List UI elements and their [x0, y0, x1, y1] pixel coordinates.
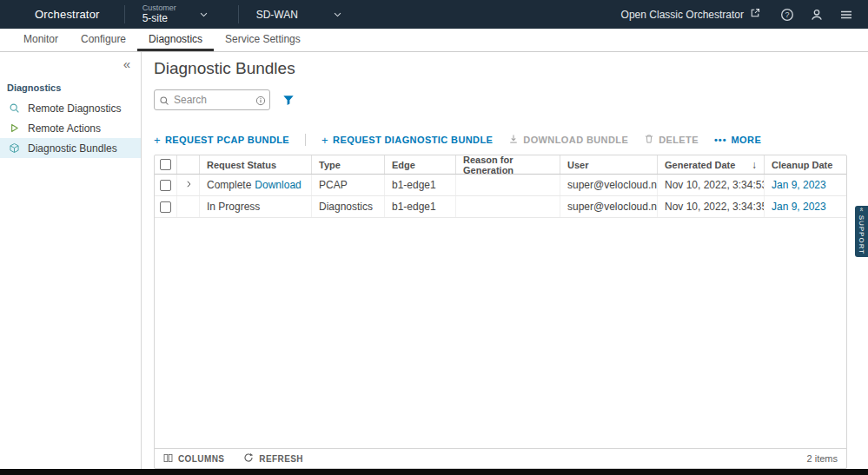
sidebar-item-label: Remote Actions	[28, 122, 101, 135]
column-label: User	[567, 160, 588, 170]
open-classic-orchestrator-link[interactable]: Open Classic Orchestrator	[609, 0, 772, 29]
search-row	[154, 89, 847, 111]
main-tabbar: Monitor Configure Diagnostics Service Se…	[0, 29, 868, 52]
product-selector[interactable]: SD-WAN	[239, 0, 354, 29]
ellipsis-icon: •••	[714, 135, 727, 145]
tab-configure[interactable]: Configure	[70, 29, 137, 51]
support-tab[interactable]: « SUPPORT	[855, 206, 868, 257]
column-header-request-status[interactable]: Request Status	[200, 155, 312, 174]
cleanup-date-link[interactable]: Jan 9, 2023	[772, 201, 826, 213]
table-header-row: Request Status Type Edge Reason for Gene…	[155, 155, 846, 175]
sort-desc-icon[interactable]: ↓	[752, 159, 757, 171]
column-header-edge[interactable]: Edge	[385, 155, 456, 174]
table-footer: COLUMNS REFRESH 2 items	[155, 448, 846, 468]
user: super@velocloud.net	[567, 179, 658, 191]
bundle-type: Diagnostics	[319, 201, 373, 213]
tab-diagnostics-label: Diagnostics	[149, 33, 202, 45]
table-row: Complete Download PCAP b1-edge1 super@ve…	[155, 175, 846, 196]
request-pcap-label: REQUEST PCAP BUNDLE	[165, 135, 289, 145]
column-label: Reason for Generation	[463, 155, 553, 175]
customer-selector[interactable]: Customer 5-site	[125, 0, 238, 29]
column-label: Generated Date	[665, 160, 735, 170]
svg-text:?: ?	[785, 10, 789, 19]
request-diagnostic-bundle-button[interactable]: + REQUEST DIAGNOSTIC BUNDLE	[321, 134, 493, 147]
tab-diagnostics[interactable]: Diagnostics	[137, 29, 214, 51]
row-checkbox[interactable]	[160, 180, 171, 191]
edge-name: b1-edge1	[392, 179, 436, 191]
bundle-box-icon	[9, 142, 21, 154]
plus-icon: +	[321, 134, 328, 147]
columns-icon	[163, 453, 173, 465]
page-title: Diagnostic Bundles	[154, 59, 847, 80]
filter-icon[interactable]	[282, 94, 295, 106]
tab-monitor-label: Monitor	[23, 33, 58, 45]
search-box	[154, 89, 270, 110]
column-header-cleanup-date[interactable]: Cleanup Date	[765, 155, 846, 174]
header-spacer	[354, 0, 609, 29]
sidebar-item-remote-diagnostics[interactable]: Remote Diagnostics	[0, 98, 141, 118]
play-icon	[9, 122, 21, 134]
columns-label: COLUMNS	[178, 454, 224, 464]
user: super@velocloud.net	[567, 201, 658, 213]
tab-monitor[interactable]: Monitor	[12, 29, 70, 51]
toolbar-divider	[305, 134, 306, 146]
column-header-reason[interactable]: Reason for Generation	[456, 155, 560, 174]
magnifier-icon	[9, 102, 21, 114]
bundle-type: PCAP	[319, 179, 348, 191]
column-header-generated-date[interactable]: Generated Date ↓	[658, 155, 765, 174]
request-diagnostic-label: REQUEST DIAGNOSTIC BUNDLE	[333, 135, 493, 145]
delete-label: DELETE	[659, 135, 699, 145]
plus-icon: +	[154, 134, 161, 147]
more-button[interactable]: ••• MORE	[714, 135, 761, 145]
request-status: In Progress	[207, 201, 260, 213]
sidebar-group-label: Diagnostics	[0, 72, 141, 98]
refresh-label: REFRESH	[259, 454, 303, 464]
generated-date: Nov 10, 2022, 3:34:35 PM	[665, 201, 765, 213]
column-header-type[interactable]: Type	[312, 155, 385, 174]
expander-header	[177, 155, 200, 174]
row-expander-empty	[177, 196, 200, 217]
help-icon[interactable]: ?	[772, 0, 802, 29]
bundles-table: Request Status Type Edge Reason for Gene…	[154, 155, 847, 469]
request-pcap-bundle-button[interactable]: + REQUEST PCAP BUNDLE	[154, 134, 289, 147]
orchestrator-window: Orchestrator Customer 5-site SD-WAN Open…	[0, 0, 868, 475]
chevron-down-icon	[333, 10, 342, 19]
open-classic-label: Open Classic Orchestrator	[621, 9, 744, 21]
search-icon	[159, 94, 169, 109]
row-expander-icon[interactable]	[184, 179, 193, 191]
generated-date: Nov 10, 2022, 3:34:53 PM	[665, 179, 765, 191]
sidebar: « Diagnostics Remote Diagnostics Remote …	[0, 52, 142, 469]
menu-icon[interactable]	[832, 0, 861, 29]
edge-name: b1-edge1	[392, 201, 436, 213]
sidebar-item-label: Remote Diagnostics	[28, 102, 121, 115]
delete-button[interactable]: DELETE	[644, 134, 699, 146]
sidebar-item-label: Diagnostic Bundles	[28, 142, 117, 155]
column-label: Edge	[392, 160, 415, 170]
columns-button[interactable]: COLUMNS	[163, 453, 224, 465]
tab-service-settings-label: Service Settings	[225, 33, 301, 45]
download-bundle-button[interactable]: DOWNLOAD BUNDLE	[508, 134, 628, 146]
download-link[interactable]: Download	[255, 179, 301, 191]
sidebar-collapse-icon[interactable]: «	[123, 57, 130, 70]
column-header-user[interactable]: User	[560, 155, 658, 174]
user-icon[interactable]	[802, 0, 832, 29]
search-input[interactable]	[154, 89, 270, 110]
app-title: Orchestrator	[0, 0, 124, 29]
more-label: MORE	[732, 135, 762, 145]
download-bundle-label: DOWNLOAD BUNDLE	[523, 135, 628, 145]
cleanup-date-link[interactable]: Jan 9, 2023	[772, 179, 826, 191]
items-count: 2 items	[807, 453, 838, 464]
sidebar-item-remote-actions[interactable]: Remote Actions	[0, 118, 141, 138]
tab-configure-label: Configure	[81, 33, 126, 45]
row-checkbox[interactable]	[160, 201, 171, 213]
chevron-down-icon	[199, 10, 209, 19]
table-row: In Progress Diagnostics b1-edge1 super@v…	[155, 196, 846, 218]
select-all-checkbox[interactable]	[160, 159, 171, 170]
sidebar-item-diagnostic-bundles[interactable]: Diagnostic Bundles	[0, 138, 141, 158]
info-icon[interactable]	[255, 94, 266, 109]
tab-service-settings[interactable]: Service Settings	[214, 29, 312, 51]
support-tab-label: « SUPPORT	[858, 208, 865, 254]
refresh-icon	[243, 452, 254, 465]
refresh-button[interactable]: REFRESH	[243, 452, 303, 465]
external-link-icon	[750, 8, 760, 21]
